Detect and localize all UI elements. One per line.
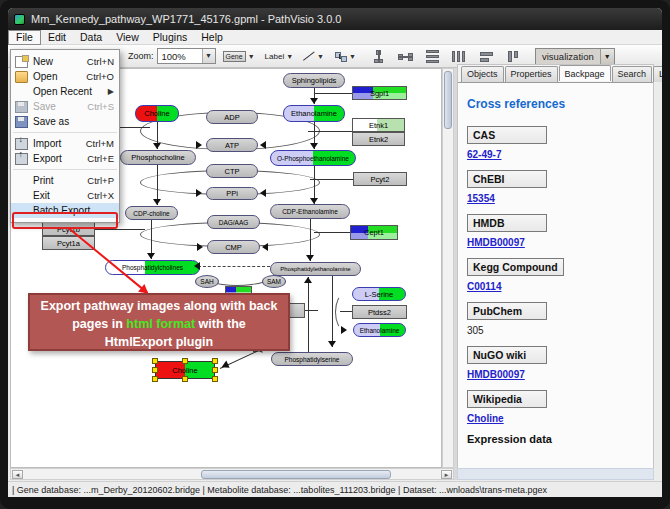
selection-handle[interactable] [212, 367, 218, 373]
node-ethanolamine-bottom[interactable]: Ethanolamine [353, 323, 406, 337]
label-button[interactable]: Label ▼ [262, 47, 297, 65]
tab-search[interactable]: Search [612, 66, 653, 82]
align-center-icon[interactable] [371, 50, 386, 63]
align-middle-icon[interactable] [398, 50, 413, 63]
selection-handle[interactable] [152, 367, 158, 373]
menu-item-batch-export[interactable]: Batch Export [11, 203, 119, 218]
visualization-combobox[interactable]: visualization ▼ [535, 48, 615, 65]
selection-handle[interactable] [182, 358, 188, 364]
menubar-item-view[interactable]: View [109, 30, 146, 45]
pathvisio-window: Mm_Kennedy_pathway_WP1771_45176.gpml - P… [8, 8, 662, 497]
distribute-horizontal-icon[interactable] [425, 50, 440, 63]
line-icon [303, 51, 315, 62]
connector [95, 229, 145, 230]
node-atp[interactable]: ATP [206, 138, 258, 152]
menubar-item-edit[interactable]: Edit [41, 30, 73, 45]
xref-link[interactable]: C00114 [467, 281, 644, 292]
menu-item-export[interactable]: ExportCtrl+E [11, 151, 119, 166]
connector-tool-button[interactable]: ▼ [331, 47, 359, 65]
zoom-combobox[interactable]: 100% ▼ [157, 48, 216, 64]
node-phosphatidylethanolamine[interactable]: Phosphatidylethanolamine [270, 262, 361, 276]
node-etnk1[interactable]: Etnk1 [352, 118, 405, 132]
selection-handle[interactable] [212, 358, 218, 364]
node-ctp[interactable]: CTP [206, 164, 258, 178]
gene-datanode-button[interactable]: Gene ▼ [220, 47, 258, 65]
node-cmp[interactable]: CMP [207, 240, 260, 254]
xref-database-header: NuGO wiki [467, 346, 547, 364]
xref-link[interactable]: Choline [467, 413, 644, 424]
node-phosphocholine[interactable]: Phosphocholine [120, 150, 196, 165]
distribute-vertical-icon[interactable] [452, 50, 467, 63]
menu-item-shortcut: Ctrl+X [87, 190, 114, 201]
node-sam[interactable]: SAM [262, 275, 286, 288]
title-bar[interactable]: Mm_Kennedy_pathway_WP1771_45176.gpml - P… [8, 8, 662, 30]
node-cdp-ethanolamine[interactable]: CDP-Ethanolamine [270, 204, 350, 219]
vertical-scrollbar[interactable] [442, 68, 454, 468]
menu-item-print[interactable]: PrintCtrl+P [11, 173, 119, 188]
node-dag-aag[interactable]: DAG/AAG [207, 215, 260, 229]
menu-item-label: Export [33, 153, 87, 164]
chevron-down-icon[interactable]: ▼ [317, 53, 324, 60]
node-ppi[interactable]: PPi [206, 187, 258, 200]
menu-item-new[interactable]: NewCtrl+N [11, 54, 119, 69]
xref-database-header: CAS [467, 126, 547, 144]
menubar-item-help[interactable]: Help [194, 30, 230, 45]
tab-properties[interactable]: Properties [505, 66, 558, 82]
selection-handle[interactable] [212, 376, 218, 382]
node-ethanolamine-top[interactable]: Ethanolamine [283, 105, 345, 122]
menu-item-exit[interactable]: ExitCtrl+X [11, 188, 119, 203]
chevron-down-icon[interactable]: ▼ [286, 53, 293, 60]
menubar-item-data[interactable]: Data [73, 30, 109, 45]
chevron-down-icon[interactable]: ▼ [600, 49, 614, 64]
menu-item-open[interactable]: OpenCtrl+O [11, 69, 119, 84]
tab-backpage[interactable]: Backpage [559, 65, 611, 81]
node-o-phosphoethanolamine[interactable]: O-Phosphoethanolamine [270, 150, 356, 166]
annotation-callout: Export pathway images along with back pa… [28, 293, 290, 351]
selection-handle[interactable] [152, 358, 158, 364]
scrollbar-thumb[interactable] [201, 470, 391, 479]
node-sgpl1[interactable]: Sgpl1 [352, 86, 407, 100]
node-etnk2[interactable]: Etnk2 [352, 132, 405, 146]
node-phosphatidylserine[interactable]: Phosphatidylserine [271, 352, 353, 366]
menu-item-save[interactable]: SaveCtrl+S [11, 99, 119, 114]
scroll-right-icon[interactable]: ► [441, 470, 452, 479]
menu-item-import[interactable]: ImportCtrl+M [11, 136, 119, 151]
scroll-left-icon[interactable]: ◄ [12, 470, 23, 479]
selection-handle[interactable] [152, 376, 158, 382]
node-ptdss2[interactable]: Ptdss2 [352, 305, 407, 319]
chevron-down-icon[interactable]: ▼ [349, 53, 356, 60]
arrowhead [197, 243, 203, 251]
node-sphingolipids[interactable]: Sphingolipids [283, 73, 345, 88]
horizontal-scrollbar[interactable]: ◄ ► [10, 468, 454, 480]
xref-link[interactable]: 15354 [467, 193, 644, 204]
tab-legend[interactable]: Legend [653, 66, 662, 82]
menubar-item-file[interactable]: File [8, 30, 41, 45]
menu-item-open-recent[interactable]: Open Recent▶ [11, 84, 119, 99]
node-cdp-choline[interactable]: CDP-choline [125, 206, 178, 220]
callout-line2-highlight: html format [126, 317, 195, 331]
chevron-down-icon[interactable]: ▼ [248, 53, 255, 60]
xref-link[interactable]: 62-49-7 [467, 149, 644, 160]
common-height-icon[interactable] [506, 50, 521, 63]
xref-link[interactable]: HMDB00097 [467, 237, 644, 248]
arrowhead [310, 143, 318, 149]
menu-item-save-as[interactable]: Save as [11, 114, 119, 129]
node-choline-top[interactable]: Choline [135, 105, 179, 122]
tab-objects[interactable]: Objects [461, 66, 504, 82]
node-sah[interactable]: SAH [195, 275, 219, 288]
connector [308, 131, 352, 132]
line-tool-button[interactable]: ▼ [300, 47, 327, 65]
scrollbar-thumb[interactable] [444, 71, 452, 129]
xref-section-kegg-compound: Kegg CompoundC00114 [467, 257, 644, 292]
chevron-down-icon[interactable]: ▼ [202, 49, 215, 63]
common-width-icon[interactable] [479, 50, 494, 63]
node-l-serine[interactable]: L-Serine [352, 287, 406, 301]
menubar-item-plugins[interactable]: Plugins [146, 30, 194, 45]
node-adp[interactable]: ADP [206, 110, 258, 124]
callout-line2-pre: pages in [72, 317, 126, 331]
selection-handle[interactable] [182, 376, 188, 382]
node-cept1[interactable]: Cept1 [350, 225, 398, 240]
node-pcyt2[interactable]: Pcyt2 [353, 172, 407, 186]
xref-link[interactable]: HMDB00097 [467, 369, 644, 380]
curved-connector [335, 294, 353, 330]
